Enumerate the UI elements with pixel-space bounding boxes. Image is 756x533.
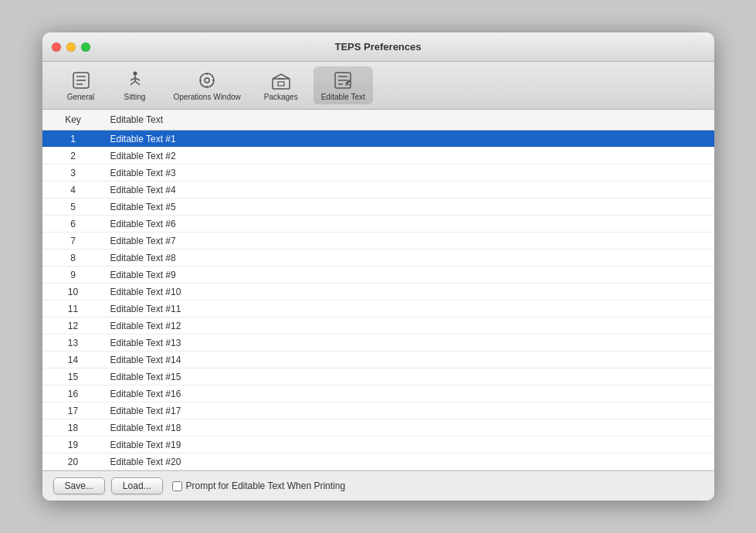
editable-text-label: Editable Text — [321, 93, 365, 101]
row-key: 9 — [42, 270, 104, 280]
table-row[interactable]: 11Editable Text #11 — [42, 300, 714, 317]
sitting-label: Sitting — [124, 93, 146, 101]
row-key: 13 — [42, 338, 104, 348]
table-row[interactable]: 19Editable Text #19 — [42, 436, 714, 453]
row-text: Editable Text #19 — [104, 440, 714, 450]
table-row[interactable]: 15Editable Text #15 — [42, 368, 714, 385]
row-text: Editable Text #14 — [104, 355, 714, 365]
svg-rect-16 — [273, 79, 290, 89]
svg-point-4 — [133, 72, 137, 76]
row-key: 17 — [42, 406, 104, 416]
row-key: 18 — [42, 423, 104, 433]
operations-icon — [196, 70, 218, 91]
row-text: Editable Text #20 — [104, 457, 714, 467]
row-text: Editable Text #7 — [104, 236, 714, 246]
table-row[interactable]: 6Editable Text #6 — [42, 216, 714, 233]
row-key: 8 — [42, 253, 104, 263]
main-window: TEPS Preferences General — [42, 32, 714, 501]
column-header-text: Editable Text — [104, 113, 714, 127]
bottom-bar: Save... Load... Prompt for Editable Text… — [42, 470, 714, 501]
svg-point-10 — [200, 73, 214, 87]
table-row[interactable]: 8Editable Text #8 — [42, 250, 714, 266]
window-title: TEPS Preferences — [334, 41, 421, 53]
svg-point-11 — [205, 78, 209, 83]
row-key: 15 — [42, 372, 104, 382]
row-key: 1 — [42, 134, 104, 144]
table-row[interactable]: 5Editable Text #5 — [42, 199, 714, 216]
row-key: 12 — [42, 321, 104, 331]
prompt-checkbox-area: Prompt for Editable Text When Printing — [172, 480, 346, 491]
table-row[interactable]: 3Editable Text #3 — [42, 165, 714, 182]
toolbar-item-general[interactable]: General — [58, 66, 104, 104]
row-text: Editable Text #18 — [104, 423, 714, 433]
row-key: 4 — [42, 185, 104, 195]
table-row[interactable]: 1Editable Text #1 — [42, 131, 714, 148]
close-button[interactable] — [52, 42, 61, 52]
table-row[interactable]: 20Editable Text #20 — [42, 453, 714, 470]
column-header-key: Key — [42, 113, 104, 127]
row-key: 20 — [42, 457, 104, 467]
table-row[interactable]: 18Editable Text #18 — [42, 419, 714, 436]
svg-rect-18 — [278, 82, 284, 86]
minimize-button[interactable] — [66, 42, 76, 52]
table-row[interactable]: 7Editable Text #7 — [42, 233, 714, 250]
general-label: General — [67, 93, 95, 101]
svg-line-8 — [135, 78, 140, 80]
row-text: Editable Text #15 — [104, 372, 714, 382]
table-row[interactable]: 4Editable Text #4 — [42, 182, 714, 199]
table-header: Key Editable Text — [42, 110, 714, 131]
svg-line-7 — [131, 81, 135, 85]
operations-window-label: Operations Window — [174, 93, 241, 101]
row-text: Editable Text #16 — [104, 389, 714, 399]
toolbar-item-sitting[interactable]: Sitting — [112, 66, 158, 104]
row-text: Editable Text #6 — [104, 219, 714, 229]
general-icon — [70, 70, 92, 91]
row-key: 3 — [42, 168, 104, 178]
row-key: 5 — [42, 202, 104, 212]
sitting-icon — [124, 70, 146, 91]
table-row[interactable]: 16Editable Text #16 — [42, 385, 714, 402]
table-row[interactable]: 12Editable Text #12 — [42, 317, 714, 334]
maximize-button[interactable] — [81, 42, 90, 52]
table-row[interactable]: 9Editable Text #9 — [42, 266, 714, 283]
toolbar-item-packages[interactable]: Packages — [256, 66, 306, 104]
row-text: Editable Text #10 — [104, 287, 714, 297]
prompt-checkbox-label: Prompt for Editable Text When Printing — [186, 480, 346, 491]
row-text: Editable Text #11 — [104, 304, 714, 314]
row-text: Editable Text #2 — [104, 151, 714, 161]
window-controls — [52, 42, 90, 52]
row-key: 16 — [42, 389, 104, 399]
row-key: 10 — [42, 287, 104, 297]
row-key: 11 — [42, 304, 104, 314]
table-row[interactable]: 14Editable Text #14 — [42, 351, 714, 368]
load-button[interactable]: Load... — [111, 477, 163, 494]
table-body: 1Editable Text #12Editable Text #23Edita… — [42, 131, 714, 470]
table-row[interactable]: 17Editable Text #17 — [42, 402, 714, 419]
save-button[interactable]: Save... — [53, 477, 105, 494]
row-key: 14 — [42, 355, 104, 365]
packages-label: Packages — [264, 93, 298, 101]
table-row[interactable]: 2Editable Text #2 — [42, 148, 714, 165]
titlebar: TEPS Preferences — [42, 32, 714, 62]
content-area: Key Editable Text 1Editable Text #12Edit… — [42, 110, 714, 470]
table-row[interactable]: 13Editable Text #13 — [42, 334, 714, 351]
row-text: Editable Text #3 — [104, 168, 714, 178]
row-key: 2 — [42, 151, 104, 161]
row-text: Editable Text #4 — [104, 185, 714, 195]
row-key: 6 — [42, 219, 104, 229]
row-key: 19 — [42, 440, 104, 450]
editable-text-icon — [332, 70, 354, 91]
row-text: Editable Text #5 — [104, 202, 714, 212]
row-text: Editable Text #9 — [104, 270, 714, 280]
table-row[interactable]: 10Editable Text #10 — [42, 283, 714, 300]
row-key: 7 — [42, 236, 104, 246]
prompt-checkbox[interactable] — [172, 481, 182, 491]
packages-icon — [270, 70, 292, 91]
toolbar-item-editable-text[interactable]: Editable Text — [314, 66, 373, 104]
svg-line-9 — [131, 78, 135, 80]
toolbar-item-operations-window[interactable]: Operations Window — [166, 66, 249, 104]
row-text: Editable Text #17 — [104, 406, 714, 416]
svg-line-6 — [135, 81, 140, 85]
row-text: Editable Text #1 — [104, 134, 714, 144]
row-text: Editable Text #13 — [104, 338, 714, 348]
